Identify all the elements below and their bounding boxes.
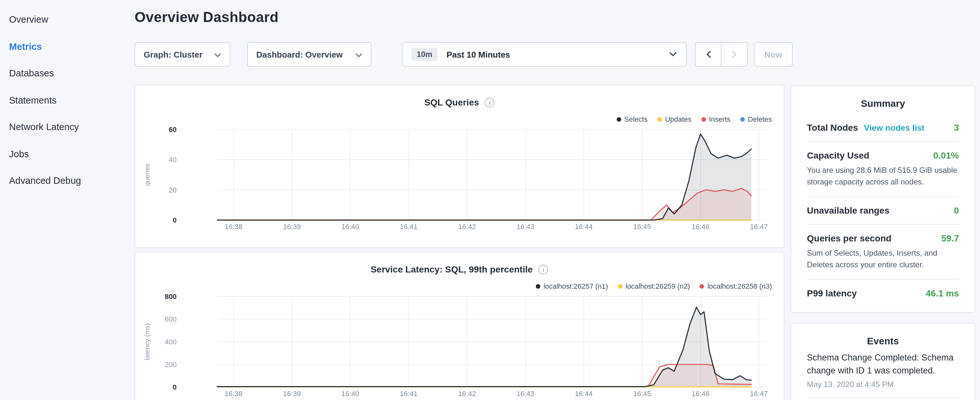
summary-description: Sum of Selects, Updates, Inserts, and De…	[807, 247, 959, 271]
dashboard-label: Dashboard: Overview	[256, 49, 343, 59]
svg-text:16:47: 16:47	[750, 223, 768, 231]
sidebar-item-jobs[interactable]: Jobs	[9, 141, 129, 167]
summary-value: 59.7	[942, 233, 959, 243]
time-step-buttons	[695, 42, 748, 67]
svg-text:0: 0	[173, 383, 177, 391]
legend-item: localhost:26257 (n1)	[536, 282, 608, 290]
svg-text:800: 800	[165, 293, 177, 301]
svg-text:queries: queries	[143, 164, 151, 186]
time-range-selector[interactable]: 10m Past 10 Minutes	[402, 42, 687, 67]
legend-item: Selects	[616, 115, 648, 123]
toolbar: Graph: Cluster Dashboard: Overview 10m P…	[135, 42, 795, 67]
sidebar-item-overview[interactable]: Overview	[9, 6, 129, 33]
app-root: OverviewMetricsDatabasesStatementsNetwor…	[0, 0, 980, 400]
chevron-down-icon	[669, 52, 677, 57]
svg-text:16:44: 16:44	[575, 390, 593, 398]
svg-text:600: 600	[165, 315, 177, 323]
time-forward-button[interactable]	[721, 42, 748, 67]
svg-text:16:38: 16:38	[224, 390, 242, 398]
svg-text:16:38: 16:38	[224, 223, 242, 231]
legend-item: Inserts	[701, 115, 730, 123]
sidebar: OverviewMetricsDatabasesStatementsNetwor…	[0, 0, 129, 194]
time-range-badge: 10m	[412, 48, 438, 61]
chevron-down-icon	[214, 49, 221, 59]
chevron-right-icon	[732, 51, 737, 58]
sidebar-item-advanced-debug[interactable]: Advanced Debug	[9, 167, 129, 194]
service-latency-panel: 16:3816:3916:4016:4116:4216:4316:4416:45…	[135, 252, 784, 400]
summary-row: Unavailable ranges0	[807, 196, 959, 224]
chart-legend: SelectsUpdatesInsertsDeletes	[616, 115, 772, 123]
chevron-left-icon	[706, 51, 711, 58]
dashboard-dropdown[interactable]: Dashboard: Overview	[247, 42, 371, 67]
chart-legend: localhost:26257 (n1)localhost:26259 (n2)…	[536, 282, 772, 290]
summary-value: 46.1 ms	[926, 288, 959, 298]
chart-header: Service Latency: SQL, 99th percentile i	[135, 264, 784, 274]
svg-text:16:43: 16:43	[516, 390, 534, 398]
legend-dot-icon	[616, 117, 621, 121]
legend-label: localhost:26258 (n3)	[708, 282, 772, 290]
svg-text:20: 20	[169, 186, 177, 194]
time-back-button[interactable]	[695, 42, 721, 67]
summary-value: 0.01%	[934, 150, 959, 161]
summary-value: 0	[954, 205, 959, 215]
service-latency-chart: 16:3816:3916:4016:4116:4216:4316:4416:45…	[135, 252, 785, 400]
summary-description: You are using 28.6 MiB of 515.9 GiB usab…	[807, 164, 959, 188]
svg-text:16:46: 16:46	[692, 390, 710, 398]
sidebar-item-metrics[interactable]: Metrics	[9, 33, 129, 60]
chevron-down-icon	[355, 49, 362, 59]
view-nodes-link[interactable]: View nodes list	[864, 123, 924, 133]
legend-dot-icon	[700, 284, 704, 288]
event-item: Schema Change Completed: Schema change w…	[807, 351, 959, 398]
svg-text:16:45: 16:45	[633, 390, 651, 398]
info-icon[interactable]: i	[485, 97, 495, 107]
right-sidebar: Summary Total NodesView nodes list3Capac…	[791, 85, 975, 400]
event-text: Schema Change Completed: Schema change w…	[807, 351, 959, 377]
legend-dot-icon	[740, 117, 745, 121]
svg-text:16:45: 16:45	[633, 223, 651, 231]
chart-title: SQL Queries	[424, 97, 479, 107]
summary-row: Capacity Used0.01%You are using 28.6 MiB…	[807, 141, 959, 196]
legend-dot-icon	[701, 117, 706, 121]
sidebar-item-statements[interactable]: Statements	[9, 87, 129, 114]
svg-text:16:41: 16:41	[400, 390, 418, 398]
svg-text:16:42: 16:42	[458, 390, 476, 398]
now-button[interactable]: Now	[754, 42, 793, 67]
svg-text:16:43: 16:43	[516, 223, 534, 231]
svg-text:200: 200	[165, 360, 177, 369]
event-list: Schema Change Completed: Schema change w…	[807, 351, 959, 398]
summary-label: Unavailable ranges	[807, 205, 889, 215]
sidebar-item-network-latency[interactable]: Network Latency	[9, 114, 129, 141]
legend-label: localhost:26257 (n1)	[544, 282, 608, 290]
events-heading: Events	[807, 335, 959, 346]
summary-label: Total Nodes	[807, 122, 858, 133]
svg-text:16:44: 16:44	[575, 223, 593, 231]
summary-value: 3	[954, 122, 959, 133]
summary-label: Capacity Used	[807, 150, 869, 161]
events-panel: Events Schema Change Completed: Schema c…	[791, 323, 975, 400]
legend-item: Updates	[657, 115, 691, 123]
legend-label: localhost:26259 (n2)	[625, 282, 690, 290]
svg-text:16:42: 16:42	[458, 223, 476, 231]
legend-dot-icon	[657, 117, 662, 121]
page-title: Overview Dashboard	[135, 9, 784, 26]
info-icon[interactable]: i	[539, 265, 549, 274]
legend-label: Deletes	[748, 115, 772, 123]
legend-label: Inserts	[709, 115, 730, 123]
legend-dot-icon	[536, 284, 540, 288]
svg-text:16:39: 16:39	[283, 223, 301, 231]
legend-dot-icon	[618, 284, 622, 288]
chart-header: SQL Queries i	[135, 97, 784, 107]
graph-scope-label: Graph: Cluster	[144, 49, 202, 59]
svg-text:16:46: 16:46	[692, 223, 710, 231]
legend-item: Deletes	[740, 115, 772, 123]
svg-text:16:40: 16:40	[341, 223, 359, 231]
svg-text:400: 400	[165, 338, 177, 346]
svg-text:60: 60	[169, 126, 177, 134]
graph-scope-dropdown[interactable]: Graph: Cluster	[135, 42, 231, 67]
summary-panel: Summary Total NodesView nodes list3Capac…	[791, 85, 975, 312]
legend-item: localhost:26259 (n2)	[618, 282, 690, 290]
sidebar-item-databases[interactable]: Databases	[9, 60, 129, 87]
summary-row: Total NodesView nodes list3	[807, 114, 959, 141]
event-timestamp: May 13, 2020 at 4:45 PM	[807, 380, 959, 398]
sql-queries-panel: 16:3816:3916:4016:4116:4216:4316:4416:45…	[135, 85, 784, 248]
